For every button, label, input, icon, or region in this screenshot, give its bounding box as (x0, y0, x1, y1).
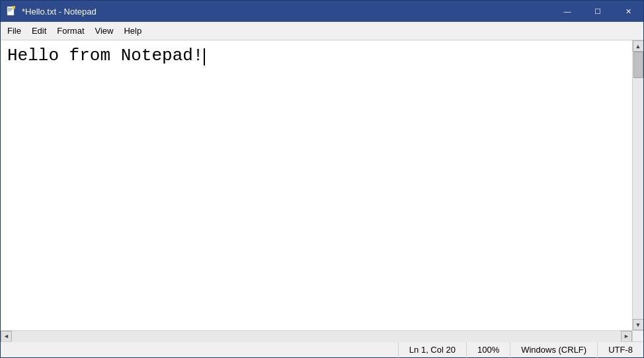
menu-help[interactable]: Help (118, 23, 147, 38)
status-bar: Ln 1, Col 20 100% Windows (CRLF) UTF-8 (1, 341, 643, 357)
status-encoding: UTF-8 (597, 342, 643, 358)
maximize-button[interactable]: ☐ (583, 1, 613, 22)
scroll-down-button[interactable]: ▼ (633, 319, 644, 330)
scroll-right-button[interactable]: ► (621, 331, 632, 342)
window-title: *Hello.txt - Notepad (22, 7, 97, 17)
svg-rect-3 (8, 11, 11, 11)
vertical-scrollbar: ▲ ▼ (632, 40, 643, 330)
scroll-left-button[interactable]: ◄ (1, 331, 12, 342)
minimize-button[interactable]: — (552, 1, 583, 22)
menu-format[interactable]: Format (52, 23, 89, 38)
window-controls: — ☐ ✕ (552, 1, 643, 22)
text-area-wrapper[interactable]: Hello from Notepad! (1, 40, 632, 330)
menu-view[interactable]: View (90, 23, 119, 38)
scroll-track-v[interactable] (633, 52, 644, 319)
status-position: Ln 1, Col 20 (398, 342, 466, 358)
horizontal-scrollbar-container: ◄ ► (1, 330, 643, 341)
editor-text: Hello from Notepad! (7, 46, 203, 66)
title-bar-left: *Hello.txt - Notepad (6, 6, 97, 17)
menu-bar: File Edit Format View Help (1, 22, 643, 40)
scroll-up-button[interactable]: ▲ (633, 40, 644, 52)
status-line-ending: Windows (CRLF) (510, 342, 597, 358)
notepad-window: *Hello.txt - Notepad — ☐ ✕ File Edit For… (0, 0, 644, 358)
title-bar: *Hello.txt - Notepad — ☐ ✕ (1, 1, 643, 22)
scroll-track-h[interactable] (12, 331, 621, 342)
scrollbar-corner (632, 331, 643, 342)
svg-rect-1 (8, 8, 13, 9)
menu-file[interactable]: File (2, 23, 26, 38)
text-content[interactable]: Hello from Notepad! (1, 40, 632, 330)
editor-area: Hello from Notepad! ▲ ▼ (1, 40, 643, 330)
status-zoom: 100% (466, 342, 510, 358)
close-button[interactable]: ✕ (613, 1, 643, 22)
text-cursor (204, 48, 205, 66)
menu-edit[interactable]: Edit (26, 23, 52, 38)
svg-rect-2 (8, 9, 13, 10)
notepad-icon (6, 6, 17, 17)
scroll-thumb-v[interactable] (633, 52, 643, 78)
